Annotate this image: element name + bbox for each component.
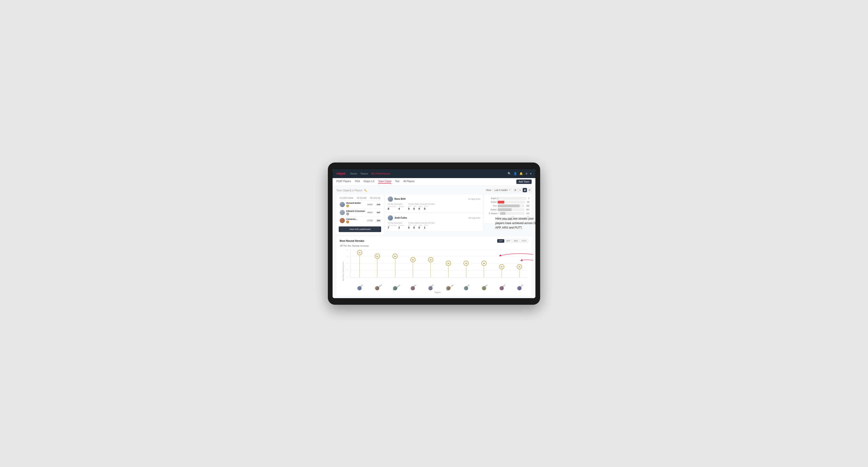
bar-value: 96 <box>527 201 529 203</box>
nav-links: Home Teams My Performance <box>350 172 507 176</box>
nav-teams[interactable]: Teams <box>361 172 368 176</box>
pb-avg: 103 <box>375 219 380 222</box>
list-view-icon[interactable]: ≡ <box>518 188 522 192</box>
card-player-name: Rees Britt <box>394 198 467 200</box>
player-row[interactable]: Richard Butler 1 19/20 110 <box>339 200 381 209</box>
rounds-row: Tournament 7 Practice 2 <box>388 224 404 229</box>
bar-row-birdies: Birdies 96 <box>487 201 529 204</box>
player-card-avatar <box>388 215 393 220</box>
bar-fill <box>498 208 512 211</box>
streak-tab-app[interactable]: APP <box>505 239 512 243</box>
y-tick: 6 <box>347 256 350 257</box>
player-badge-row: 3 <box>346 220 365 223</box>
bar-value: 499 <box>526 205 529 207</box>
bar-fill <box>498 205 520 207</box>
card-date: 26 Aug 2023 <box>468 217 480 219</box>
period-select[interactable]: Last 3 months <box>493 188 512 192</box>
search-icon[interactable]: 🔍 <box>507 172 511 175</box>
player-names-row: E. EbertB. McHergD. BillinghamJ. ColesR.… <box>350 279 528 286</box>
player-info: Richard Butler 1 <box>346 202 365 207</box>
nav-home[interactable]: Home <box>350 172 357 176</box>
card-date: 02 Sep 2023 <box>468 198 480 200</box>
rank-badge: 2 <box>346 213 349 215</box>
streak-col: 6x <box>368 249 386 277</box>
top-controls-row: Team Clippd | 14 Players ✏️ Show Last 3 … <box>336 188 532 192</box>
app-logo: clippd <box>336 172 345 175</box>
player-card-avatar <box>388 196 393 201</box>
streaks-header: Best Round Streaks OTT APP ARG PUTT <box>340 239 528 243</box>
player-row[interactable]: Edward Crossman 2 18/20 107 <box>339 209 381 217</box>
y-axis-label-container: Best Streak, Fairway Accuracy <box>340 249 347 293</box>
target-icon[interactable]: ⊕ <box>525 172 528 175</box>
avatar-icon[interactable]: ● <box>530 172 532 175</box>
bar-track <box>498 201 525 204</box>
streak-bubble: 4x <box>482 261 487 266</box>
player-card-rees-britt: Rees Britt 02 Sep 2023 Total Rounds Tour… <box>385 195 483 212</box>
avatar <box>340 218 345 223</box>
tab-all-players[interactable]: All Players <box>403 180 414 184</box>
outside-annotation: Here you can see streaks your players ha… <box>495 217 542 230</box>
streak-col: 5x <box>404 249 422 277</box>
bar-fill <box>498 197 498 200</box>
add-team-button[interactable]: Add Team <box>516 180 532 184</box>
player-x-name-col: R. Britt <box>422 279 439 286</box>
ott-stat: OTT 0 <box>408 224 411 229</box>
pb-score: 19/20 <box>367 203 373 206</box>
tab-team-clippd[interactable]: Team Clippd <box>378 180 391 184</box>
arg-value: 0 <box>418 226 422 229</box>
streaks-section: Best Round Streaks OTT APP ARG PUTT Off … <box>336 237 532 296</box>
tab-tour[interactable]: Tour <box>395 180 400 184</box>
streak-col: 5x <box>422 249 439 277</box>
player-x-name-col: B. McHerg <box>368 279 386 286</box>
y-tick: 2 <box>347 269 350 271</box>
grid-view-icon[interactable]: ⊞ <box>513 188 518 192</box>
streak-tab-arg[interactable]: ARG <box>512 239 520 243</box>
streak-col: 3x <box>493 249 510 277</box>
user-icon[interactable]: 👤 <box>514 172 517 175</box>
player-x-name-col: R. Butler <box>493 279 510 286</box>
app-stat: APP 0 <box>413 206 416 210</box>
avatar <box>340 210 345 215</box>
bar-track <box>498 205 524 207</box>
sub-nav: PGAT Players PGA Hcaps 1-5 Team Clippd T… <box>333 178 535 186</box>
tournament-value: 8 <box>388 207 397 210</box>
bar-label: Birdies <box>487 201 497 203</box>
edit-icon[interactable]: ✏️ <box>364 189 367 192</box>
pb-score: 17/20 <box>367 219 373 222</box>
tournament-stat: Tournament 7 <box>388 224 397 229</box>
bar-row-eagles: Eagles 3 <box>487 197 529 200</box>
tab-pgat-players[interactable]: PGAT Players <box>336 180 351 184</box>
bell-icon[interactable]: 🔔 <box>519 172 523 175</box>
view-leaderboard-button[interactable]: View Full Leaderboard <box>339 226 381 232</box>
putt-value: 0 <box>424 207 428 210</box>
streak-bubble: 7x <box>357 250 362 255</box>
tab-pga[interactable]: PGA <box>355 180 360 184</box>
card-view-icon[interactable]: ▦ <box>523 188 527 192</box>
total-rounds: Total Rounds Tournament 7 Practice <box>388 222 404 229</box>
bar-value: 131 <box>526 212 529 214</box>
y-axis-label: Best Streak, Fairway Accuracy <box>342 261 344 281</box>
player-row[interactable]: Cameron... 3 17/20 103 <box>339 217 381 224</box>
streak-stem <box>413 260 413 277</box>
detail-view-icon[interactable]: ⊟ <box>527 188 532 192</box>
streak-tab-ott[interactable]: OTT <box>497 239 504 243</box>
rank-badge: 3 <box>346 220 349 223</box>
streak-col: 4x <box>475 249 493 277</box>
nav-my-performance[interactable]: My Performance <box>371 172 390 176</box>
nav-icons: 🔍 👤 🔔 ⊕ ● <box>507 172 532 175</box>
streak-tab-putt[interactable]: PUTT <box>520 239 528 243</box>
player-x-name-col: M. Miller <box>475 279 493 286</box>
player-name: Richard Butler <box>346 202 365 204</box>
card-header: Rees Britt 02 Sep 2023 <box>388 196 480 201</box>
streak-stem <box>377 256 377 277</box>
tab-hcaps[interactable]: Hcaps 1-5 <box>364 180 375 184</box>
bar-label: Eagles <box>487 197 497 199</box>
bar-fill <box>500 212 505 215</box>
leaderboard-panel: PLAYER NAME PB SCORE PB AVG SQ Richard B… <box>336 195 383 235</box>
streak-bubble: 3x <box>517 264 522 269</box>
col-pb-score: PB SCORE <box>356 197 367 199</box>
bar-row-bogeys: Bogeys 311 <box>487 208 529 211</box>
putt-stat: PUTT 0 <box>424 206 428 210</box>
chart-right: 0 2 4 6 8 <box>347 249 528 293</box>
streak-bars: 7x6x6x5x5x4x4x4x3x3x <box>351 249 528 277</box>
